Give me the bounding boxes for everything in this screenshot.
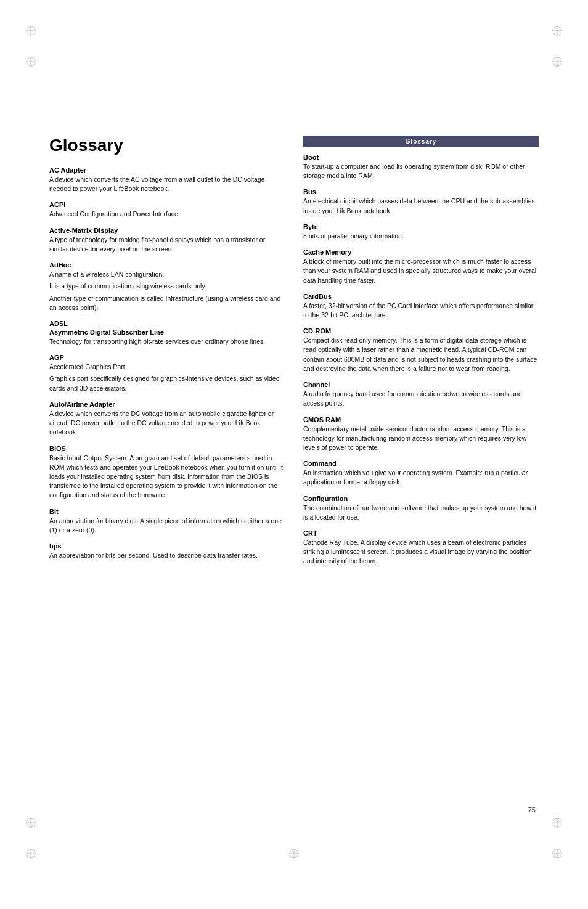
term-def-agp-extra: Graphics port specifically designed for … bbox=[49, 374, 285, 393]
term-agp: AGP Accelerated Graphics Port Graphics p… bbox=[49, 354, 285, 393]
term-acpi: ACPI Advanced Configuration and Power In… bbox=[49, 201, 285, 219]
term-def-bps: An abbreviation for bits per second. Use… bbox=[49, 551, 285, 560]
term-auto-airline: Auto/Airline Adapter A device which conv… bbox=[49, 401, 285, 438]
term-def-adhoc-extra1: It is a type of communication using wire… bbox=[49, 282, 285, 291]
left-column: Glossary AC Adapter A device which conve… bbox=[49, 136, 285, 798]
term-name-acpi: ACPI bbox=[49, 201, 285, 208]
term-name-auto-airline: Auto/Airline Adapter bbox=[49, 401, 285, 408]
term-boot: Boot To start-up a computer and load its… bbox=[303, 153, 539, 181]
term-name-cmos-ram: CMOS RAM bbox=[303, 416, 539, 423]
svg-point-0 bbox=[27, 26, 35, 35]
reg-mark-bl bbox=[25, 847, 37, 860]
term-name-adsl: ADSL bbox=[49, 320, 285, 327]
term-def-channel: A radio frequency band used for communic… bbox=[303, 389, 539, 408]
term-subname-adsl: Asymmetric Digital Subscriber Line bbox=[49, 328, 285, 336]
term-name-channel: Channel bbox=[303, 381, 539, 388]
term-name-command: Command bbox=[303, 460, 539, 467]
term-bit: Bit An abbreviation for binary digit. A … bbox=[49, 508, 285, 535]
reg-mark-r2 bbox=[551, 55, 563, 68]
svg-point-9 bbox=[553, 57, 561, 66]
term-ac-adapter: AC Adapter A device which converts the A… bbox=[49, 166, 285, 194]
term-def-cardbus: A faster, 32-bit version of the PC Card … bbox=[303, 301, 539, 320]
term-def-bit: An abbreviation for binary digit. A sing… bbox=[49, 516, 285, 535]
term-adhoc: AdHoc A name of a wireless LAN configura… bbox=[49, 261, 285, 312]
svg-point-24 bbox=[290, 849, 298, 858]
term-name-active-matrix: Active-Matrix Display bbox=[49, 227, 285, 234]
term-def-crt: Cathode Ray Tube. A display device which… bbox=[303, 538, 539, 566]
term-def-agp: Accelerated Graphics Port bbox=[49, 362, 285, 372]
svg-point-18 bbox=[27, 818, 35, 827]
term-name-crt: CRT bbox=[303, 529, 539, 537]
term-def-cmos-ram: Complementary metal oxide semiconductor … bbox=[303, 425, 539, 453]
term-name-cardbus: CardBus bbox=[303, 293, 539, 300]
term-def-adhoc-extra2: Another type of communication is called … bbox=[49, 294, 285, 312]
term-name-bus: Bus bbox=[303, 188, 539, 195]
term-channel: Channel A radio frequency band used for … bbox=[303, 381, 539, 408]
term-def-cd-rom: Compact disk read only memory. This is a… bbox=[303, 336, 539, 373]
term-name-boot: Boot bbox=[303, 153, 539, 161]
reg-mark-br2 bbox=[551, 817, 563, 829]
svg-point-15 bbox=[553, 849, 561, 858]
term-def-auto-airline: A device which converts the DC voltage f… bbox=[49, 409, 285, 438]
right-column: Glossary Boot To start-up a computer and… bbox=[303, 136, 539, 798]
reg-mark-tr bbox=[551, 25, 563, 37]
reg-mark-l2 bbox=[25, 55, 37, 68]
term-name-byte: Byte bbox=[303, 223, 539, 230]
term-bios: BIOS Basic Input-Output System. A progra… bbox=[49, 445, 285, 500]
term-def-bus: An electrical circuit which passes data … bbox=[303, 197, 539, 215]
term-configuration: Configuration The combination of hardwar… bbox=[303, 495, 539, 522]
reg-mark-bc bbox=[288, 847, 300, 860]
term-bus: Bus An electrical circuit which passes d… bbox=[303, 188, 539, 215]
term-crt: CRT Cathode Ray Tube. A display device w… bbox=[303, 529, 539, 566]
reg-mark-tl bbox=[25, 25, 37, 37]
page: Glossary AC Adapter A device which conve… bbox=[0, 0, 588, 909]
term-def-bios: Basic Input-Output System. A program and… bbox=[49, 454, 285, 500]
reg-mark-br bbox=[551, 847, 563, 860]
term-name-adhoc: AdHoc bbox=[49, 261, 285, 269]
term-def-adhoc: A name of a wireless LAN configuration. bbox=[49, 270, 285, 279]
svg-point-21 bbox=[553, 818, 561, 827]
term-name-bit: Bit bbox=[49, 508, 285, 515]
term-def-configuration: The combination of hardware and software… bbox=[303, 503, 539, 522]
term-def-command: An instruction which you give your opera… bbox=[303, 468, 539, 487]
term-def-byte: 8 bits of parallel binary information. bbox=[303, 232, 539, 241]
term-cache-memory: Cache Memory A block of memory built int… bbox=[303, 248, 539, 285]
header-bar: Glossary bbox=[303, 136, 539, 147]
term-cmos-ram: CMOS RAM Complementary metal oxide semic… bbox=[303, 416, 539, 453]
reg-mark-bl2 bbox=[25, 817, 37, 829]
term-def-acpi: Advanced Configuration and Power Interfa… bbox=[49, 210, 285, 219]
svg-point-6 bbox=[27, 57, 35, 66]
term-byte: Byte 8 bits of parallel binary informati… bbox=[303, 223, 539, 241]
term-cardbus: CardBus A faster, 32-bit version of the … bbox=[303, 293, 539, 320]
term-def-active-matrix: A type of technology for making flat-pan… bbox=[49, 235, 285, 254]
term-active-matrix: Active-Matrix Display A type of technolo… bbox=[49, 227, 285, 254]
term-name-bios: BIOS bbox=[49, 445, 285, 452]
term-def-cache-memory: A block of memory built into the micro-p… bbox=[303, 257, 539, 285]
term-def-boot: To start-up a computer and load its oper… bbox=[303, 162, 539, 181]
content-area: Glossary AC Adapter A device which conve… bbox=[49, 136, 539, 798]
page-number: 75 bbox=[528, 806, 536, 813]
svg-point-12 bbox=[27, 849, 35, 858]
term-name-ac-adapter: AC Adapter bbox=[49, 166, 285, 174]
term-cd-rom: CD-ROM Compact disk read only memory. Th… bbox=[303, 327, 539, 373]
page-title: Glossary bbox=[49, 136, 285, 155]
term-bps: bps An abbreviation for bits per second.… bbox=[49, 542, 285, 560]
term-adsl: ADSL Asymmetric Digital Subscriber Line … bbox=[49, 320, 285, 346]
term-name-cd-rom: CD-ROM bbox=[303, 327, 539, 335]
term-command: Command An instruction which you give yo… bbox=[303, 460, 539, 487]
term-name-agp: AGP bbox=[49, 354, 285, 361]
term-def-adsl: Technology for transporting high bit-rat… bbox=[49, 337, 285, 346]
svg-point-3 bbox=[553, 26, 561, 35]
term-name-cache-memory: Cache Memory bbox=[303, 248, 539, 256]
term-def-ac-adapter: A device which converts the AC voltage f… bbox=[49, 175, 285, 194]
term-name-bps: bps bbox=[49, 542, 285, 550]
term-name-configuration: Configuration bbox=[303, 495, 539, 502]
